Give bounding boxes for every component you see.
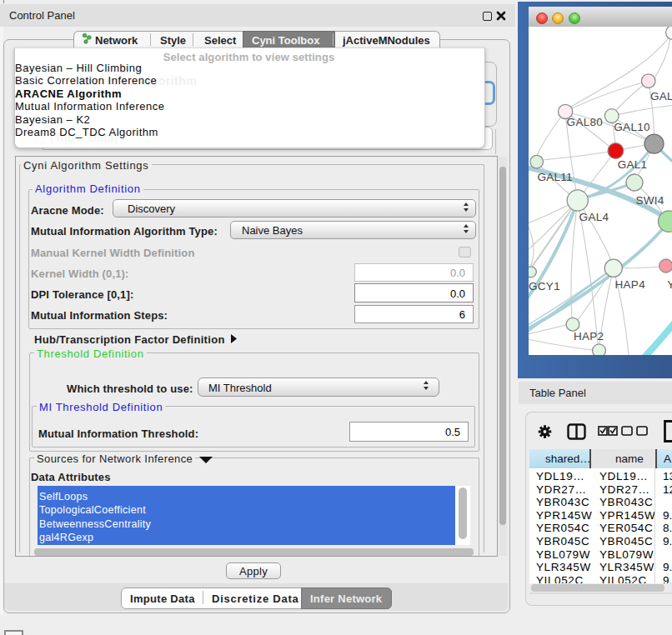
svg-text:GAL80: GAL80 bbox=[567, 116, 604, 128]
svg-text:GAL1: GAL1 bbox=[618, 158, 648, 171]
svg-text:GAL10: GAL10 bbox=[614, 121, 650, 133]
svg-text:SWI4: SWI4 bbox=[635, 194, 664, 207]
svg-text:GCY1: GCY1 bbox=[529, 280, 560, 292]
svg-text:Y: Y bbox=[667, 278, 672, 291]
svg-text:HAP4: HAP4 bbox=[615, 278, 646, 291]
svg-text:GAL11: GAL11 bbox=[537, 171, 573, 183]
svg-text:GAL2: GAL2 bbox=[650, 90, 672, 102]
svg-text:GAL4: GAL4 bbox=[579, 211, 609, 223]
svg-text:HAP2: HAP2 bbox=[574, 330, 604, 342]
